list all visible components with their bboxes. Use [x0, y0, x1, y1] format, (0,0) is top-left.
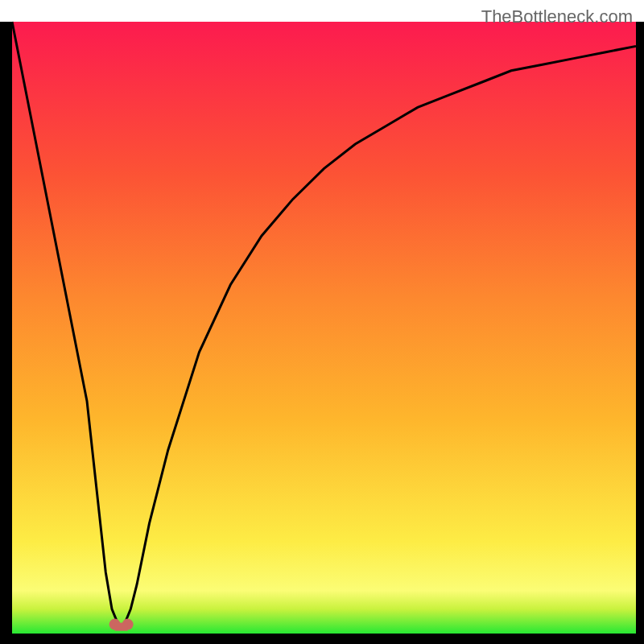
frame-right [636, 22, 644, 644]
plot-background [12, 22, 636, 634]
frame-left [0, 22, 12, 644]
frame-bottom [0, 634, 644, 644]
svg-rect-2 [115, 623, 128, 631]
chart-svg [0, 0, 644, 644]
watermark-text: TheBottleneck.com [481, 6, 633, 27]
